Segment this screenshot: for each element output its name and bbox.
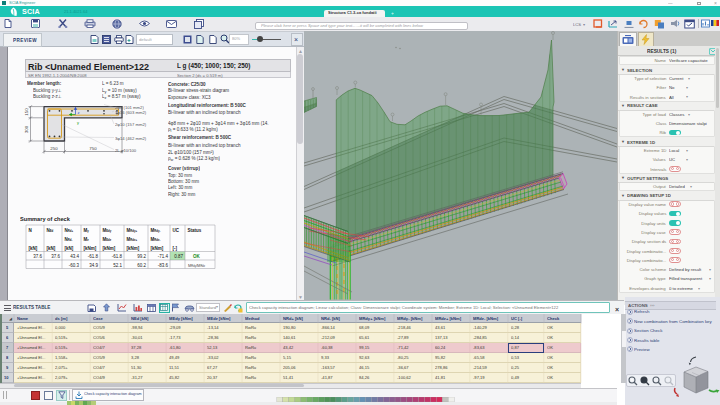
svg-text:MRdz+: MRdz+ <box>127 237 138 243</box>
svg-text:NRd-: NRd- <box>65 237 73 243</box>
svg-text:300: 300 <box>24 125 29 133</box>
svg-text:N: N <box>29 228 32 233</box>
svg-text:[-]: [-] <box>173 246 178 251</box>
svg-text:[kNm]: [kNm] <box>127 246 140 251</box>
svg-text:[kN]: [kN] <box>29 246 38 251</box>
svg-text:750: 750 <box>89 146 97 151</box>
svg-text:-71.4: -71.4 <box>158 254 169 259</box>
svg-text:UC: UC <box>173 228 180 233</box>
svg-text:MRdz-: MRdz- <box>151 237 161 243</box>
svg-text:y: y <box>77 120 79 125</box>
svg-text:MRdy+: MRdy+ <box>127 228 138 234</box>
svg-text:60.2: 60.2 <box>137 263 146 268</box>
svg-text:z: z <box>78 110 80 115</box>
svg-text:250: 250 <box>50 146 58 151</box>
svg-text:99.2: 99.2 <box>137 254 146 259</box>
svg-text:-60.3: -60.3 <box>69 263 80 268</box>
svg-text:MRdy-: MRdy- <box>151 228 161 234</box>
svg-text:37.6: 37.6 <box>33 254 42 259</box>
svg-text:52.1: 52.1 <box>113 263 122 268</box>
svg-text:NEd: NEd <box>47 228 54 234</box>
svg-text:34.9: 34.9 <box>89 263 98 268</box>
svg-text:OK: OK <box>193 254 201 259</box>
svg-text:[kNm]: [kNm] <box>103 246 116 251</box>
svg-text:NRd+: NRd+ <box>65 228 74 234</box>
svg-text:[kNm]: [kNm] <box>151 246 164 251</box>
svg-text:My: My <box>84 228 90 234</box>
svg-text:-61.8: -61.8 <box>88 254 99 259</box>
svg-text:150: 150 <box>24 108 29 116</box>
svg-text:[kN]: [kN] <box>47 246 56 251</box>
svg-text:-83.6: -83.6 <box>158 263 169 268</box>
svg-text:43.4: 43.4 <box>70 254 79 259</box>
svg-text:37.6: 37.6 <box>51 254 60 259</box>
svg-text:Mz: Mz <box>84 237 90 243</box>
svg-text:[kN]: [kN] <box>65 246 74 251</box>
svg-text:Status: Status <box>188 228 202 233</box>
svg-text:0.87: 0.87 <box>174 254 183 259</box>
svg-text:MEdy: MEdy <box>103 228 112 234</box>
svg-text:-61.8: -61.8 <box>112 254 123 259</box>
svg-text:MEdz: MEdz <box>103 237 112 243</box>
svg-text:[kNm]: [kNm] <box>84 246 97 251</box>
